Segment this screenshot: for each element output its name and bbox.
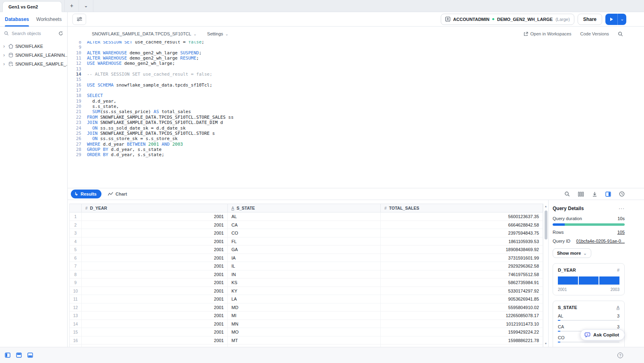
cell-total-sales[interactable]: 7461975512.58 xyxy=(381,270,543,279)
cell-d-year[interactable]: 2001 xyxy=(82,237,228,246)
cell-s-state[interactable]: MT xyxy=(228,336,381,345)
new-worksheet-button[interactable]: + xyxy=(64,0,79,12)
cell-d-year[interactable]: 2001 xyxy=(82,328,228,336)
cell-s-state[interactable]: IA xyxy=(228,254,381,262)
cell-total-sales[interactable]: 1598886221.78 xyxy=(381,336,543,345)
rows-value-link[interactable]: 105 xyxy=(617,230,625,235)
worksheet-tab[interactable]: Gen1 vs Gen2 xyxy=(2,1,62,12)
cell-d-year[interactable]: 2001 xyxy=(82,295,228,303)
cell-s-state[interactable]: IN xyxy=(228,270,381,279)
expand-chevron-icon[interactable]: › xyxy=(3,43,6,49)
scroll-up-icon[interactable]: ▲ xyxy=(545,205,547,208)
schema-context-selector[interactable]: SNOWFLAKE_SAMPLE_DATA.TPCDS_SF10TCL ⌄ xyxy=(92,31,197,36)
table-scrollbar[interactable]: ▲ ▼ xyxy=(543,204,548,347)
cell-d-year[interactable]: 2001 xyxy=(82,212,228,221)
expand-chevron-icon[interactable]: › xyxy=(3,61,6,67)
run-button[interactable] xyxy=(605,14,617,25)
cell-total-sales[interactable]: 18908438469.92 xyxy=(381,245,543,254)
cell-total-sales[interactable]: 2929296362.58 xyxy=(381,262,543,270)
cell-d-year[interactable]: 2001 xyxy=(82,303,228,312)
table-row[interactable]: 142001MN10121911473.10 xyxy=(70,320,543,328)
histogram-bar[interactable] xyxy=(579,276,599,285)
cell-total-sales[interactable]: 1861105939.53 xyxy=(381,237,543,246)
cell-total-sales[interactable]: 5600123637.35 xyxy=(381,212,543,221)
refresh-icon[interactable] xyxy=(58,31,63,36)
cell-s-state[interactable]: AL xyxy=(228,212,381,221)
cell-total-sales[interactable]: 5595804910.02 xyxy=(381,303,543,312)
cell-d-year[interactable]: 2001 xyxy=(82,262,228,270)
filters-button[interactable] xyxy=(72,14,86,25)
editor-search-icon[interactable] xyxy=(618,31,623,37)
table-row[interactable]: 52001GA18908438469.92 xyxy=(70,245,543,254)
cell-total-sales[interactable]: 3731591601.99 xyxy=(381,254,543,262)
share-button[interactable]: Share xyxy=(578,14,602,25)
table-row[interactable]: 82001IN7461975512.58 xyxy=(70,270,543,279)
cell-d-year[interactable]: 2001 xyxy=(82,221,228,229)
table-row[interactable]: 112001LA9053626941.85 xyxy=(70,295,543,303)
cell-s-state[interactable]: KS xyxy=(228,278,381,287)
table-row[interactable]: 122001MD5595804910.02 xyxy=(70,303,543,312)
d-year-histogram[interactable] xyxy=(558,276,619,285)
cell-d-year[interactable]: 2001 xyxy=(82,311,228,320)
cell-d-year[interactable]: 2001 xyxy=(82,320,228,328)
download-icon[interactable] xyxy=(592,192,597,197)
cell-d-year[interactable]: 2001 xyxy=(82,344,228,347)
cell-total-sales[interactable]: 5862735984.91 xyxy=(381,278,543,287)
tab-list-dropdown[interactable]: ⌄ xyxy=(79,0,93,12)
show-more-button[interactable]: Show more ⌄ xyxy=(553,248,591,258)
column-header[interactable]: AS_STATE xyxy=(228,204,381,212)
help-button[interactable]: ? xyxy=(617,353,623,358)
table-row[interactable]: 32001CO2397594843.75 xyxy=(70,229,543,237)
columns-icon[interactable] xyxy=(578,192,584,197)
toggle-left-panel-icon[interactable] xyxy=(5,353,10,358)
table-row[interactable]: 12001AL5600123637.35 xyxy=(70,212,543,221)
sidebar-item-snowflake-learnin[interactable]: ›SNOWFLAKE_LEARNIN... xyxy=(0,51,67,60)
cell-total-sales[interactable]: 4530707523.28 xyxy=(381,344,543,347)
cell-d-year[interactable]: 2001 xyxy=(82,336,228,345)
tab-worksheets[interactable]: Worksheets xyxy=(36,12,62,26)
cell-total-sales[interactable]: 6664628842.58 xyxy=(381,221,543,229)
table-row[interactable]: 42001FL1861105939.53 xyxy=(70,237,543,246)
context-selector[interactable]: ACCOUNTADMIN DEMO_GEN2_WH_LARGE (Large) xyxy=(441,14,574,25)
cell-d-year[interactable]: 2001 xyxy=(82,270,228,279)
object-search[interactable]: Search objects xyxy=(0,27,67,40)
cell-d-year[interactable]: 2001 xyxy=(82,254,228,262)
cell-s-state[interactable]: MN xyxy=(228,320,381,328)
cell-s-state[interactable]: KY xyxy=(228,287,381,295)
cell-s-state[interactable]: NC xyxy=(228,344,381,347)
cell-total-sales[interactable]: 9053626941.85 xyxy=(381,295,543,303)
cell-s-state[interactable]: MI xyxy=(228,311,381,320)
details-panel-toggle-icon[interactable] xyxy=(605,192,611,197)
histogram-bar[interactable] xyxy=(558,276,578,285)
query-history-icon[interactable] xyxy=(619,191,625,197)
table-row[interactable]: 132001MI12265085078.17 xyxy=(70,311,543,320)
state-frequency-item[interactable]: AL3 xyxy=(558,314,619,321)
cell-s-state[interactable]: FL xyxy=(228,237,381,246)
cell-d-year[interactable]: 2001 xyxy=(82,287,228,295)
column-header[interactable]: #D_YEAR xyxy=(82,204,228,212)
tab-results[interactable]: ↳ Results xyxy=(71,190,101,198)
settings-dropdown[interactable]: Settings ⌄ xyxy=(207,31,229,36)
cell-total-sales[interactable]: 1599429224.22 xyxy=(381,328,543,336)
table-row[interactable]: 62001IA3731591601.99 xyxy=(70,254,543,262)
table-row[interactable]: 152001MO1599429224.22 xyxy=(70,328,543,336)
toggle-top-panel-icon[interactable] xyxy=(16,353,22,358)
scroll-down-icon[interactable]: ▼ xyxy=(545,342,547,345)
ask-copilot-button[interactable]: Ask Copilot xyxy=(580,329,625,340)
sidebar-item-snowflake[interactable]: ›SNOWFLAKE xyxy=(0,42,67,51)
cell-total-sales[interactable]: 2397594843.75 xyxy=(381,229,543,237)
tab-chart[interactable]: Chart xyxy=(108,192,127,196)
cell-d-year[interactable]: 2001 xyxy=(82,229,228,237)
sql-editor[interactable]: 8ALTER SESSION SET use_cached_result = f… xyxy=(68,41,644,188)
cell-total-sales[interactable]: 10121911473.10 xyxy=(381,320,543,328)
cell-s-state[interactable]: MD xyxy=(228,303,381,312)
states-more-link[interactable]: + 31 more xyxy=(558,346,619,347)
cell-total-sales[interactable]: 5330174297.92 xyxy=(381,287,543,295)
table-row[interactable]: 162001MT1598886221.78 xyxy=(70,336,543,345)
cell-s-state[interactable]: CA xyxy=(228,221,381,229)
scrollbar-thumb[interactable] xyxy=(545,210,547,239)
cell-d-year[interactable]: 2001 xyxy=(82,245,228,254)
table-row[interactable]: 72001IL2929296362.58 xyxy=(70,262,543,270)
run-options-dropdown[interactable]: ⌄ xyxy=(617,14,626,25)
query-id-link[interactable]: 01bcfa4e-0205-91ae-0... xyxy=(576,239,625,243)
